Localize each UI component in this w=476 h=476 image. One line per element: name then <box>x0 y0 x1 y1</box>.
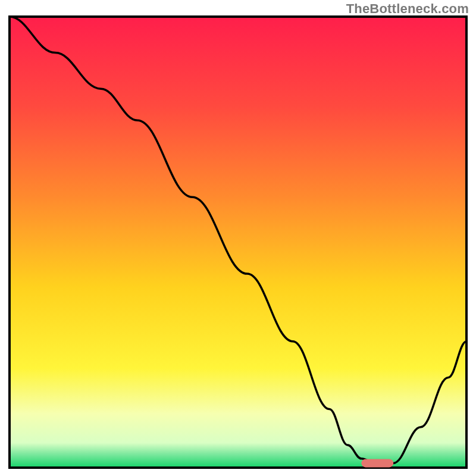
chart-container: TheBottleneck.com <box>0 0 476 476</box>
optimum-marker <box>361 459 393 467</box>
plot-background <box>10 17 466 468</box>
bottleneck-chart <box>0 0 476 476</box>
